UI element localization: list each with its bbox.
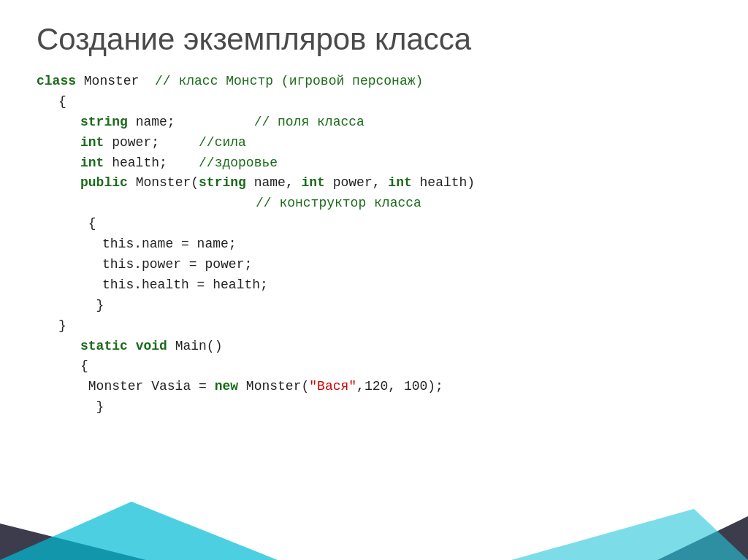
code-line-11: this.health = health; — [37, 275, 711, 296]
code-line-5: int health; //здоровье — [37, 153, 711, 174]
code-line-14: static void Main() — [37, 337, 711, 357]
code-line-12: } — [37, 296, 711, 316]
comment-1: // класс Монстр (игровой персонаж) — [155, 74, 423, 88]
keyword-class: class — [37, 74, 84, 88]
code-line-15: { — [37, 356, 711, 377]
code-line-10: this.power = power; — [37, 255, 711, 275]
code-line-1: class Monster // класс Монстр (игровой п… — [37, 72, 711, 92]
code-line-13: } — [37, 316, 711, 337]
bottom-decoration — [0, 502, 748, 560]
svg-marker-1 — [0, 502, 278, 560]
code-line-7: // конструктор класса — [37, 193, 711, 214]
code-block: class Monster // класс Монстр (игровой п… — [37, 72, 711, 418]
page-container: Создание экземпляров класса class Monste… — [0, 0, 748, 560]
code-line-9: this.name = name; — [37, 234, 711, 255]
code-line-8: { — [37, 214, 711, 234]
page-title: Создание экземпляров класса — [37, 22, 711, 57]
code-line-4: int power; //сила — [37, 133, 711, 153]
code-line-6: public Monster(string name, int power, i… — [37, 173, 711, 193]
code-line-17: } — [37, 397, 711, 418]
svg-marker-3 — [511, 509, 748, 560]
code-line-16: Monster Vasia = new Monster("Вася",120, … — [37, 377, 711, 397]
code-line-2: { — [37, 92, 711, 112]
identifier-monster: Monster — [84, 74, 155, 88]
code-line-3: string name; // поля класса — [37, 112, 711, 133]
